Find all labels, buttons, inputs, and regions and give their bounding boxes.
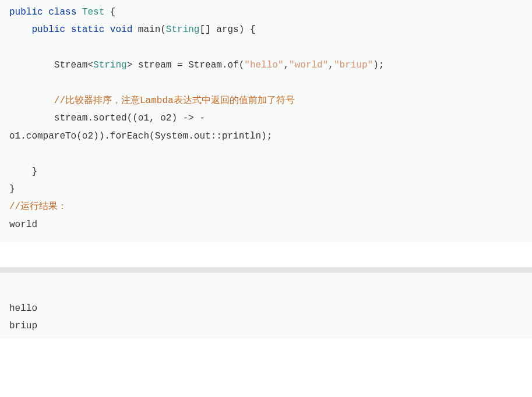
indent <box>9 95 54 106</box>
comment-result: //运行结果： <box>9 201 67 212</box>
stream-sorted: stream.sorted((o1, o2) -> - <box>54 113 205 123</box>
comment: //比较器排序，注意Lambda表达式中返回的值前加了符号 <box>54 95 295 106</box>
string-literal: "briup" <box>334 60 373 70</box>
compare-foreach: o1.compareTo(o2)).forEach(System.out::pr… <box>9 131 272 141</box>
keyword-class: class <box>48 7 76 17</box>
output-block: hello briup <box>0 273 532 339</box>
indent <box>9 166 31 177</box>
indent <box>9 60 54 70</box>
indent <box>9 24 31 35</box>
params: [] args) { <box>199 24 255 35</box>
keyword-void: void <box>110 24 132 35</box>
keyword-public: public <box>31 24 65 35</box>
comma: , <box>328 60 334 70</box>
divider <box>0 267 532 273</box>
output-hello: hello <box>9 303 37 314</box>
brace: { <box>104 7 115 17</box>
indent <box>9 113 54 123</box>
output-world: world <box>9 219 37 230</box>
close-brace: } <box>31 166 37 177</box>
keyword-public: public <box>9 7 43 17</box>
stream-of: > stream = Stream.of( <box>127 60 245 70</box>
keyword-static: static <box>71 24 105 35</box>
method-name: main( <box>132 24 166 35</box>
close-brace: } <box>9 184 15 194</box>
stream-decl: Stream< <box>54 60 93 70</box>
paren-semi: ); <box>373 60 384 70</box>
string-literal: "hello" <box>244 60 283 70</box>
page-container: public class Test { public static void m… <box>0 0 532 339</box>
comma: , <box>284 60 290 70</box>
output-briup: briup <box>9 321 37 331</box>
type-string: String <box>93 60 127 70</box>
type-string: String <box>166 24 200 35</box>
class-name: Test <box>82 7 104 17</box>
gap <box>0 243 532 267</box>
code-block: public class Test { public static void m… <box>0 0 532 243</box>
string-literal: "world" <box>289 60 328 70</box>
